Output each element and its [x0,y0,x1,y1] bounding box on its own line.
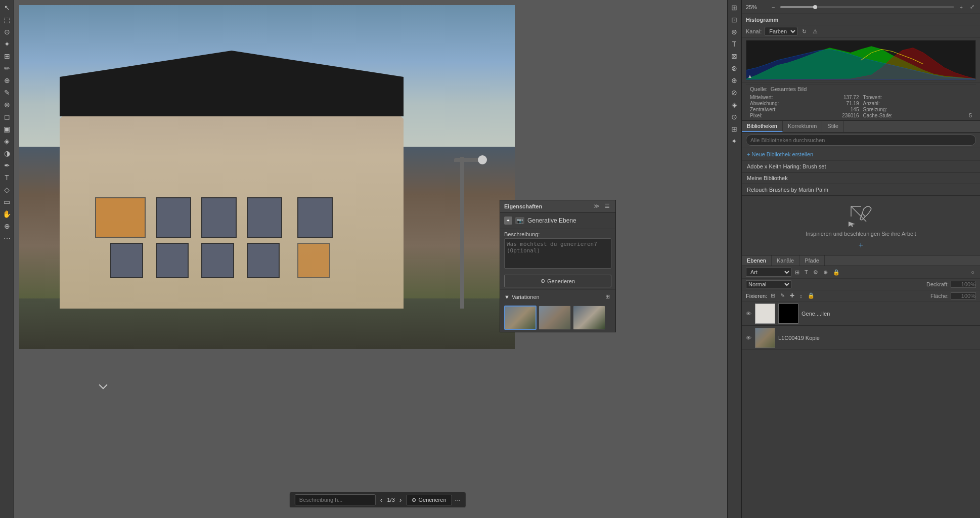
flaeche-input[interactable] [951,292,976,299]
right-icon-11[interactable]: ⊞ [729,123,740,135]
layer-filter-icon2[interactable]: T [803,269,810,276]
library-search-input[interactable] [746,135,976,146]
spreizung-label: Spreizung: [863,107,887,112]
tool-extra[interactable]: ⋯ [2,233,13,244]
quelle-label: Quelle: [750,86,768,92]
variationen-grid-btn[interactable]: ⊞ [604,293,611,300]
layer-filter-icon5[interactable]: 🔒 [831,269,841,276]
variation-thumb-2[interactable] [539,306,571,330]
right-icon-3[interactable]: ⊛ [729,26,740,37]
tab-pfade[interactable]: Pfade [799,255,825,266]
zoom-fit-btn[interactable]: ⤢ [968,3,976,11]
cache-label: Cache-Stufe: [863,113,893,118]
thumbnails-row [500,304,615,332]
tool-dodge[interactable]: ◑ [2,148,13,159]
zoom-out-btn[interactable]: − [770,4,776,11]
tool-eraser[interactable]: ◻ [2,111,13,122]
tool-pen[interactable]: ✒ [2,160,13,171]
properties-expand-btn[interactable]: ≫ [592,202,601,210]
right-icon-9[interactable]: ◈ [729,99,740,110]
variation-thumb-3[interactable] [573,306,605,330]
neue-bibliothek-btn[interactable]: + Neue Bibliothek erstellen [742,148,980,161]
fix-icon2[interactable]: ✎ [779,292,786,299]
layer-2-visibility[interactable]: 👁 [745,334,752,341]
variation-thumb-1[interactable] [504,306,537,330]
right-icon-1[interactable]: ⊞ [729,2,740,13]
libraries-tabs: Bibliotheken Korrekturen Stile [742,121,980,133]
zoom-in-btn[interactable]: + [958,4,964,11]
brush-promo-plus-btn[interactable]: + [859,241,863,250]
tool-text[interactable]: T [2,172,13,183]
abweichung-label: Abweichung: [750,101,779,106]
tool-move[interactable]: ↖ [2,2,13,13]
fix-icon4[interactable]: ↕ [798,292,804,299]
blend-mode-select[interactable]: Normal [746,280,791,288]
library-item-meine[interactable]: Meine Bibliothek [742,172,980,184]
properties-header-icons: ≫ ☰ [592,202,611,210]
right-icon-2[interactable]: ⊡ [729,14,740,25]
library-item-retouch[interactable]: Retouch Brushes by Martin Palm [742,184,980,196]
next-btn[interactable]: › [398,496,404,504]
canvas-image [19,5,515,349]
tool-select[interactable]: ⬚ [2,14,13,25]
layers-section: Ebenen Kanäle Pfade Art ⊞ T ⚙ ⊕ 🔒 ○ Norm… [742,255,980,518]
properties-menu-btn[interactable]: ☰ [603,202,611,210]
tool-clone[interactable]: ⊛ [2,99,13,110]
right-icon-8[interactable]: ⊘ [729,87,740,98]
tool-gradient[interactable]: ▣ [2,123,13,135]
right-icon-6[interactable]: ⊗ [729,63,740,74]
deckraft-input[interactable] [951,281,976,288]
right-icon-5[interactable]: ⊠ [729,51,740,62]
tool-spot[interactable]: ⊕ [2,75,13,86]
library-item-adobe-keith[interactable]: Adobe x Keith Haring: Brush set [742,161,980,172]
tool-crop[interactable]: ⊞ [2,51,13,62]
fix-icon5[interactable]: 🔒 [806,292,816,299]
layer-filter-icon1[interactable]: ⊞ [793,269,801,276]
histogram-stats: Quelle: Gesamtes Bild Mittelwert: 137.72… [742,82,980,120]
tool-magic[interactable]: ✦ [2,38,13,50]
tab-stile[interactable]: Stile [822,121,843,132]
layer-1-visibility[interactable]: 👁 [745,310,752,317]
tab-kanaele[interactable]: Kanäle [772,255,799,266]
layer-row-2[interactable]: 👁 L1C00419 Kopie [742,326,980,350]
canvas-area[interactable]: ‹ 1/3 › ⊕ Generieren ··· [14,0,741,518]
tool-lasso[interactable]: ⊙ [2,26,13,37]
more-options-btn[interactable]: ··· [455,496,461,504]
tool-hand[interactable]: ✋ [2,208,13,220]
kanal-select[interactable]: Farben [765,27,797,36]
prev-btn[interactable]: ‹ [379,496,384,504]
layer-row-1[interactable]: 👁 Gene....llen [742,301,980,326]
fix-icon3[interactable]: ✚ [788,292,796,299]
layer-filter-icon3[interactable]: ⚙ [812,269,820,276]
layer-filter-icon4[interactable]: ⊕ [822,269,829,276]
zoom-slider[interactable] [780,6,954,8]
generate-bottom-btn[interactable]: ⊕ Generieren [406,495,452,505]
layer-1-mask [778,304,798,324]
fixieren-label: Fixieren: [746,293,767,299]
tab-ebenen[interactable]: Ebenen [742,255,772,266]
tool-brush[interactable]: ✎ [2,87,13,98]
fix-icon1[interactable]: ⊞ [769,292,777,299]
histogram-warning-btn[interactable]: ⚠ [811,28,819,35]
generate-input[interactable] [295,494,376,505]
beschreibung-textarea[interactable] [504,238,611,269]
tool-eyedrop[interactable]: ✏ [2,63,13,74]
layer-filter-toggle[interactable]: ○ [969,269,976,276]
generieren-btn[interactable]: ⊕ Generieren [504,275,611,287]
right-icon-12[interactable]: ✦ [729,136,740,147]
tab-bibliotheken[interactable]: Bibliotheken [742,121,783,132]
tool-zoom[interactable]: ⊕ [2,221,13,232]
quelle-value: Gesamtes Bild [771,86,807,92]
right-icon-7[interactable]: ⊕ [729,75,740,86]
flaeche-label: Fläche: [930,293,949,299]
properties-panel-title: Eigenschaften [504,203,542,209]
right-icon-4[interactable]: T [729,38,740,50]
histogram-refresh-btn[interactable]: ↻ [800,28,808,35]
layer-filter-select[interactable]: Art [746,268,791,277]
abweichung-value: 71.19 [846,101,859,106]
tool-shape[interactable]: ▭ [2,196,13,207]
tab-korrekturen[interactable]: Korrekturen [783,121,822,132]
tool-blur[interactable]: ◈ [2,136,13,147]
tool-path[interactable]: ◇ [2,184,13,195]
right-icon-10[interactable]: ⊙ [729,111,740,122]
